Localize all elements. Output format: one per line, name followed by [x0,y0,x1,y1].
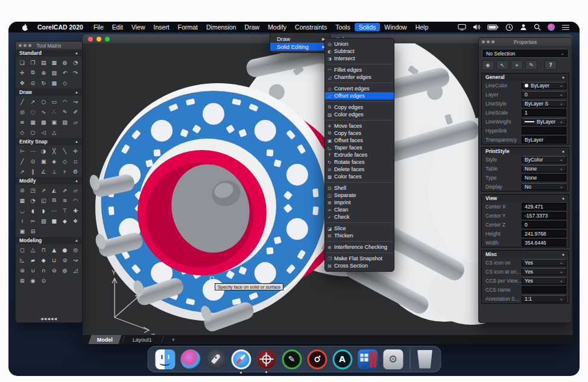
entity-snap-tool-icon-3[interactable]: ◑ [38,146,49,156]
draw-tool-icon-8[interactable]: ◌ [28,107,39,117]
entity-snap-tool-icon-9[interactable]: ▣ [38,156,49,166]
modeling-tool-icon-3[interactable]: ⊓ [38,245,49,255]
section-header-draw[interactable]: Draw [16,89,82,96]
draw-tool-icon-22[interactable]: △ [49,127,60,137]
modify-tool-icon-4[interactable]: ◭ [49,185,60,195]
display-dropdown[interactable]: No [522,183,566,190]
menu-item-tools[interactable]: Tools [331,23,355,31]
help-button[interactable]: ? [545,60,557,70]
style-dropdown[interactable]: ByColor [522,156,566,163]
cs-icon-at-ori--dropdown[interactable]: Yes [522,268,566,275]
submenu-item-subtract[interactable]: ◐Subtract [325,48,394,55]
standard-tool-icon-15[interactable]: ↻ [38,78,49,88]
standard-tool-icon-13[interactable]: ✥ [17,78,28,88]
submenu-item-delete-faces[interactable]: ⊘Delete faces [325,166,394,173]
selection-dropdown[interactable]: No Selection [482,49,569,58]
settings-icon[interactable]: ⚙ [383,349,403,369]
submenu-item-cross-section[interactable]: ⊠Cross Section [325,262,394,269]
draw-tool-icon-7[interactable]: ◎ [17,107,28,117]
section-header-misc[interactable]: Misc [482,251,569,258]
entity-snap-tool-icon-11[interactable]: ◇ [60,156,71,166]
standard-tool-icon-10[interactable]: ▧ [49,67,60,78]
modeling-tool-icon-10[interactable]: ⊔ [49,255,60,265]
submenu-item-fillet-edges[interactable]: ◠Fillet edges [325,66,394,74]
modeling-tool-icon-6[interactable]: ◎ [70,245,81,255]
launchpad-icon[interactable] [206,349,226,369]
standard-tool-icon-1[interactable]: ❏ [17,57,28,67]
safari-icon[interactable] [231,349,251,369]
submenu-item-union[interactable]: ◎Union [325,40,394,48]
tab-model[interactable]: Model [89,335,122,344]
standard-tool-icon-5[interactable]: ◍ [60,57,71,67]
draw-tool-icon-21[interactable]: ◁ [38,127,49,137]
collapse-arrows[interactable]: ◀◀◀◀◀ [16,315,82,322]
modify-tool-icon-26[interactable]: ⊟ [28,226,39,236]
modify-tool-icon-23[interactable]: ◆ [60,216,71,226]
type-input[interactable]: None [522,174,566,181]
center-y-input[interactable]: -157.3373 [522,212,566,219]
modify-tool-icon-5[interactable]: ⇗ [60,185,71,195]
menu-item-help[interactable]: Help [411,23,433,31]
modeling-tool-icon-5[interactable]: ● [60,245,71,255]
modify-tool-icon-1[interactable]: ⊘ [17,185,28,195]
linescale-input[interactable]: 1 [522,109,566,116]
submenu-item-clean[interactable]: ≈Clean [325,206,394,213]
modify-tool-icon-24[interactable]: ❖ [70,216,81,226]
submenu-item-copy-edges[interactable]: ⧉Copy edges [325,104,394,111]
menu-item-edit[interactable]: Edit [108,23,127,31]
clock-icon[interactable] [505,23,513,31]
draw-tool-icon-13[interactable]: ≡ [17,117,28,127]
standard-tool-icon-2[interactable]: ❐ [28,57,39,67]
modeling-tool-icon-18[interactable]: ◿ [70,265,81,275]
section-header-general[interactable]: General [482,74,569,81]
modify-tool-icon-18[interactable]: ✚ [70,205,81,216]
draw-tool-icon-18[interactable]: ▱ [70,117,81,127]
entity-snap-tool-icon-6[interactable]: ✛ [70,146,81,156]
width-input[interactable]: 354.6446 [522,239,566,246]
draw-tool-icon-20[interactable]: ○ [28,127,39,137]
modify-tool-icon-10[interactable]: ⧉ [49,195,60,205]
finder-icon[interactable] [155,349,175,369]
menu-item-view[interactable]: View [127,23,150,31]
submenu-item-shell[interactable]: ⊡Shell [325,184,394,192]
standard-tool-icon-9[interactable]: ⊕ [38,67,49,78]
modeling-tool-icon-20[interactable]: ◉ [28,275,39,286]
modify-tool-icon-20[interactable]: ✂ [28,216,39,226]
siri-icon[interactable] [548,23,555,31]
tab-layout1[interactable]: Layout1 [124,335,161,344]
solids-menu-item-draw[interactable]: Draw [270,35,330,43]
trash-icon[interactable] [417,350,433,369]
draw-tool-icon-14[interactable]: ▦ [28,117,39,127]
entity-snap-tool-icon-15[interactable]: ∠ [38,166,49,177]
modeling-tool-icon-16[interactable]: ⊖ [49,265,60,275]
properties-titlebar[interactable]: Properties [479,38,572,46]
standard-tool-icon-3[interactable]: ▤ [38,57,49,67]
menu-item-draw[interactable]: Draw [241,23,264,31]
parallels-icon[interactable] [358,349,378,369]
menu-item-insert[interactable]: Insert [149,23,173,31]
display-icon[interactable] [458,23,466,31]
select-button[interactable]: ↖ [496,60,508,70]
modify-tool-icon-8[interactable]: ◔ [28,195,39,205]
entity-snap-tool-icon-18[interactable]: ⚙ [70,166,81,177]
modeling-tool-icon-1[interactable]: ◻ [17,245,28,255]
center-x-input[interactable]: 429.471 [522,203,566,210]
volume-icon[interactable] [473,23,481,31]
modify-tool-icon-3[interactable]: ↗ [38,185,49,195]
section-header-printstyle[interactable]: PrintStyle [482,148,569,155]
modeling-tool-icon-7[interactable]: ◺ [17,255,28,265]
entity-snap-tool-icon-8[interactable]: ⊙ [28,156,39,166]
modeling-tool-icon-13[interactable]: ⊚ [17,265,28,275]
modify-tool-icon-2[interactable]: ◳ [28,185,39,195]
standard-tool-icon-7[interactable]: ✛ [17,67,28,78]
modify-tool-icon-7[interactable]: ▦ [17,195,28,205]
modeling-tool-icon-4[interactable]: ▲ [49,245,60,255]
modify-tool-icon-11[interactable]: ≋ [60,195,71,205]
entity-snap-tool-icon-2[interactable]: ⋯ [28,146,39,156]
coreldraw-icon[interactable]: ✎ [282,349,302,369]
ccs-button[interactable]: ◈ [482,60,494,70]
corelcad-icon[interactable] [256,349,276,369]
draw-tool-icon-6[interactable]: ↝ [70,96,81,107]
hyperlink-input[interactable] [522,127,566,134]
modify-tool-icon-6[interactable]: ▱ [70,185,81,195]
